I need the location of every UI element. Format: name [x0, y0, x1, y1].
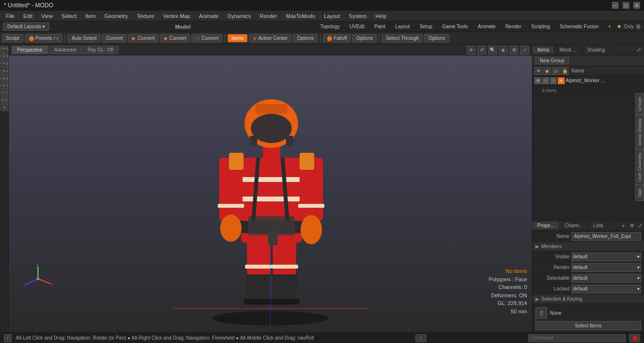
left-tool-vert[interactable]: Ver — [0, 68, 8, 74]
layout-tab[interactable]: Layout — [391, 23, 414, 30]
options-btn-1[interactable]: Options — [293, 34, 317, 42]
options-btn-2[interactable]: Options — [352, 34, 377, 42]
auto-select-button[interactable]: Auto Select — [68, 34, 100, 42]
paint-tab[interactable]: Paint — [371, 23, 390, 30]
sculpt-button[interactable]: Sculpt — [2, 34, 23, 42]
gear-icon[interactable]: ⚙ — [636, 23, 641, 30]
command-input[interactable] — [528, 334, 625, 342]
left-tool-poly[interactable]: Pol — [0, 82, 8, 89]
p-tab-add-btn[interactable]: + — [619, 222, 628, 230]
menu-texture[interactable]: Texture — [133, 12, 158, 20]
menu-file[interactable]: File — [2, 12, 19, 20]
menu-select[interactable]: Select — [57, 12, 80, 20]
default-layouts-button[interactable]: Default Layouts ▾ — [3, 22, 49, 31]
menu-layout[interactable]: Layout — [320, 12, 344, 20]
falloff-button[interactable]: ⬤ Falloff — [323, 34, 351, 42]
edge-tab-tags[interactable]: Tags — [635, 185, 644, 201]
schematic-fusion-tab[interactable]: Schematic Fusion — [556, 23, 602, 30]
menu-view[interactable]: View — [38, 12, 57, 20]
uvedit-tab[interactable]: UVEdit — [345, 23, 368, 30]
p-tab-lists[interactable]: Lists — [588, 222, 609, 229]
eye-col-icon[interactable]: 👁 — [534, 67, 542, 75]
left-tool-uv[interactable]: UV — [0, 97, 8, 104]
topology-tab[interactable]: Topology — [316, 23, 343, 30]
viewport-tab-ray-gl[interactable]: Ray GL: Off — [82, 46, 119, 54]
left-tool-edge[interactable]: Edg — [0, 75, 8, 82]
select-items-button[interactable]: Select Items — [535, 321, 641, 330]
menu-vertex-map[interactable]: Vertex Map — [159, 12, 194, 20]
items-button[interactable]: Items — [227, 34, 247, 42]
vp-ctrl-zoom[interactable]: 🔍 — [488, 46, 497, 54]
menu-geometry[interactable]: Geometry — [100, 12, 132, 20]
p-tab-gear[interactable]: ⚙ — [628, 222, 636, 229]
menu-system[interactable]: System — [345, 12, 371, 20]
menu-item[interactable]: Item — [81, 12, 99, 20]
select-through-button[interactable]: Select Through — [382, 34, 423, 42]
viewport[interactable]: Perspective Advanced Ray GL: Off ✛ ↺ 🔍 ◈… — [9, 45, 532, 332]
panel-expand-icon[interactable]: ⤢ — [634, 46, 644, 54]
command-go-button[interactable]: › — [416, 334, 426, 342]
render-col-icon[interactable]: ◉ — [543, 67, 551, 75]
close-button[interactable]: ✕ — [633, 2, 640, 9]
left-tool-deform[interactable]: Def — [0, 46, 8, 53]
r-tab-items[interactable]: Items — [532, 46, 554, 54]
convert-btn-1[interactable]: Convert — [102, 34, 127, 42]
convert-btn-4[interactable]: ⬡ Convert — [191, 34, 222, 42]
vp-ctrl-expand[interactable]: ⤢ — [520, 46, 529, 54]
vp-ctrl-crosshair[interactable]: ✛ — [467, 46, 475, 54]
scripting-tab[interactable]: Scripting — [527, 23, 554, 30]
selectable-select[interactable]: default ▾ — [571, 274, 641, 283]
new-group-button[interactable]: New Group — [535, 57, 569, 64]
axes-widget: X Y Z — [23, 264, 53, 293]
edge-tab-group-display[interactable]: Group Display — [635, 115, 644, 149]
setup-tab[interactable]: Setup — [416, 23, 436, 30]
r-tab-shading[interactable]: Shading — [582, 46, 610, 54]
convert-btn-3[interactable]: ◆ Convert — [160, 34, 190, 42]
animate-tab[interactable]: Animate — [474, 23, 500, 30]
p-tab-expand[interactable]: ⤢ — [636, 222, 644, 229]
presets-button[interactable]: ⬤ Presets F6 — [25, 34, 62, 42]
render-tab-layout[interactable]: Render — [501, 23, 525, 30]
viewport-tab-advanced[interactable]: Advanced — [49, 46, 81, 54]
sel-col-icon[interactable]: ◎ — [552, 67, 560, 75]
convert-btn-2[interactable]: ▶ Convert — [128, 34, 158, 42]
menu-render[interactable]: Render — [256, 12, 281, 20]
maximize-button[interactable]: □ — [623, 2, 629, 9]
model-tab[interactable]: Model — [51, 24, 314, 30]
record-button[interactable]: ⬤ — [629, 334, 640, 342]
vp-ctrl-settings[interactable]: ⚙ — [510, 46, 518, 54]
name-input[interactable] — [571, 232, 641, 241]
left-tool-mesh[interactable]: Mes — [0, 60, 8, 67]
menu-animate[interactable]: Animate — [195, 12, 222, 20]
options-btn-3[interactable]: Options — [424, 34, 449, 42]
viewport-tab-perspective[interactable]: Perspective — [12, 46, 48, 54]
group-render-btn[interactable]: ○ — [542, 77, 549, 84]
group-eye-btn[interactable]: 👁 — [534, 77, 541, 84]
vp-ctrl-lock[interactable]: ◈ — [499, 46, 508, 54]
left-tool-dup[interactable]: Dup — [0, 53, 8, 60]
menu-dynamics[interactable]: Dynamics — [224, 12, 255, 20]
expand-arrow-button[interactable]: › — [4, 334, 12, 342]
add-layout-button[interactable]: + — [605, 23, 615, 30]
render-select[interactable]: default ▾ — [571, 263, 641, 272]
group-sel-btn[interactable]: ○ — [550, 77, 557, 84]
minimize-button[interactable]: ─ — [612, 2, 619, 9]
action-center-button[interactable]: ⊕ Action Center — [249, 34, 292, 42]
group-item-row[interactable]: 👁 ○ ○ A Alpinist_Worker ... — [532, 76, 644, 86]
locked-select[interactable]: default ▾ — [571, 285, 641, 293]
r-tab-mesh[interactable]: Mesh ... — [554, 46, 582, 54]
p-tab-properties[interactable]: Prope... — [532, 222, 560, 229]
left-tool-p2[interactable]: P — [0, 104, 8, 111]
visible-select[interactable]: default ▾ — [571, 253, 641, 261]
p-tab-channels[interactable]: Chann... — [560, 222, 588, 229]
menu-help[interactable]: Help — [372, 12, 391, 20]
game-tools-tab[interactable]: Game Tools — [438, 23, 472, 30]
edge-tab-user-channels[interactable]: User Channels — [635, 149, 644, 185]
options-label-1: Options — [297, 36, 313, 41]
lock-col-icon[interactable]: 🔒 — [561, 67, 568, 75]
vp-ctrl-refresh[interactable]: ↺ — [477, 46, 486, 54]
menu-edit[interactable]: Edit — [19, 12, 37, 20]
edge-tab-groups[interactable]: Groups — [635, 93, 644, 115]
left-tool-cur[interactable]: Cur — [0, 90, 8, 96]
menu-maxtomodo[interactable]: MaxToModo — [282, 12, 319, 20]
